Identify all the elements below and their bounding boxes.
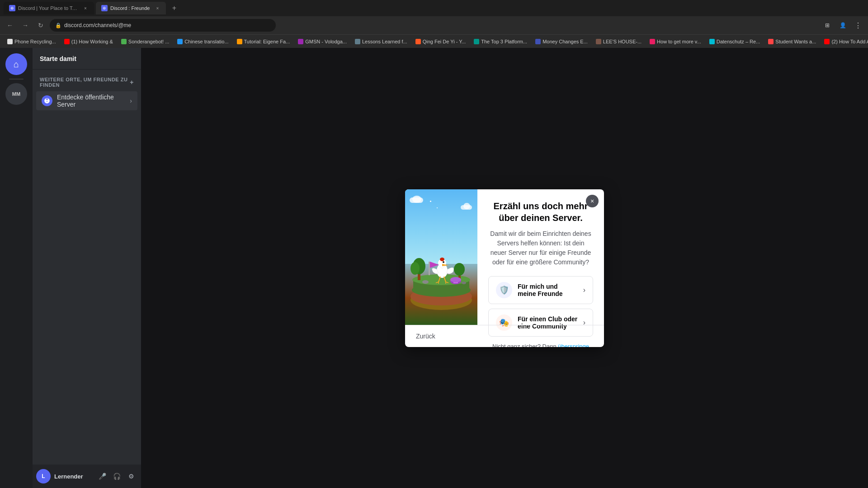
bookmark-10-favicon [535, 39, 541, 44]
bookmark-6-label: GMSN - Volodga... [305, 39, 347, 44]
bookmark-14[interactable]: Student Wants a... [764, 37, 820, 47]
tab-2-favicon: ⊕ [101, 5, 108, 11]
tab-bar: ⊕ Discord | Your Place to Talk a... × ⊕ … [0, 0, 868, 16]
tab-2-close[interactable]: × [154, 5, 160, 11]
address-bar-row: ← → ↻ 🔒 discord.com/channels/@me ⊞ 👤 ⋮ [0, 16, 868, 34]
microphone-button[interactable]: 🎤 [96, 470, 108, 483]
modal-footer: Zurück [405, 325, 604, 347]
bookmark-7-favicon [355, 39, 360, 44]
headphones-button[interactable]: 🎧 [110, 470, 123, 483]
bookmark-5-label: Tutorial: Eigene Fa... [244, 39, 290, 44]
modal-description: Damit wir dir beim Einrichten deines Ser… [488, 229, 593, 267]
section-add-icon[interactable]: + [130, 79, 134, 86]
sidebar-header-text: Starte damit [40, 55, 76, 62]
bookmark-7[interactable]: Lessons Learned f... [351, 37, 411, 47]
svg-point-17 [440, 258, 444, 261]
sidebar-header: Starte damit [33, 48, 141, 70]
bookmark-12[interactable]: How to get more v... [646, 37, 705, 47]
tab-2[interactable]: ⊕ Discord : Freunde × [96, 2, 166, 14]
bookmark-2-favicon [64, 39, 70, 44]
tab-1-close[interactable]: × [82, 5, 89, 11]
bookmark-9[interactable]: The Top 3 Platform... [470, 37, 531, 47]
modal-layout: Erzähl uns doch mehr über deinen Server.… [405, 189, 604, 325]
bookmark-9-favicon [474, 39, 479, 44]
bookmark-14-label: Student Wants a... [775, 39, 816, 44]
bookmark-6-favicon [298, 39, 303, 44]
bookmark-9-label: The Top 3 Platform... [481, 39, 527, 44]
bookmark-15[interactable]: (2) How To Add A... [821, 37, 868, 47]
user-bar: L Lernender 🎤 🎧 ⚙ [33, 465, 141, 488]
bookmark-6[interactable]: GMSN - Volodga... [294, 37, 350, 47]
back-button[interactable]: ← [4, 19, 16, 32]
bookmark-12-label: How to get more v... [657, 39, 701, 44]
svg-point-26 [422, 280, 429, 284]
profile-button[interactable]: 👤 [836, 19, 849, 32]
modal-content-area: Erzähl uns doch mehr über deinen Server.… [477, 189, 604, 325]
friends-arrow-icon: › [583, 286, 585, 294]
bookmark-1-favicon [7, 39, 13, 44]
bookmark-8-label: Qing Fei De Yi - Y... [423, 39, 466, 44]
bookmark-11-favicon [596, 39, 601, 44]
discord-app: ⌂ MM Starte damit WEITERE ORTE, UM FREUN… [0, 48, 868, 488]
bookmark-4-favicon [177, 39, 183, 44]
bookmark-11[interactable]: LEE'S HOUSE-... [592, 37, 645, 47]
friends-option[interactable]: 🛡️ Für mich und meine Freunde › [488, 276, 593, 304]
bookmark-8-favicon [415, 39, 421, 44]
address-bar[interactable]: 🔒 discord.com/channels/@me [50, 19, 276, 32]
tab-1-title: Discord | Your Place to Talk a... [18, 5, 78, 11]
bookmark-13[interactable]: Datenschutz – Re... [706, 37, 764, 47]
tab-1-favicon: ⊕ [9, 5, 15, 11]
svg-point-9 [454, 263, 465, 276]
bookmark-14-favicon [768, 39, 774, 44]
back-button[interactable]: Zurück [416, 333, 435, 340]
section-title-text: WEITERE ORTE, UM FREUNDE ZU FINDEN [40, 77, 130, 88]
bookmark-3-label: Sonderangebot! ... [128, 39, 170, 44]
bookmark-15-label: (2) How To Add A... [831, 39, 868, 44]
bookmark-10[interactable]: Money Changes E... [532, 37, 591, 47]
bookmark-4[interactable]: Chinese translatio... [174, 37, 232, 47]
bookmark-5[interactable]: Tutorial: Eigene Fa... [233, 37, 294, 47]
user-avatar: L [36, 469, 51, 483]
discover-servers-label: Entdecke öffentliche Server [57, 94, 125, 108]
settings-button[interactable]: ⚙ [125, 470, 137, 483]
user-controls: 🎤 🎧 ⚙ [96, 470, 137, 483]
bookmark-13-label: Datenschutz – Re... [717, 39, 760, 44]
bookmark-12-favicon [650, 39, 655, 44]
friends-icon: 🛡️ [496, 282, 512, 298]
menu-button[interactable]: ⋮ [852, 19, 864, 32]
tab-2-title: Discord : Freunde [110, 5, 150, 11]
svg-rect-10 [429, 262, 430, 275]
home-server-icon[interactable]: ⌂ [5, 53, 27, 75]
svg-point-19 [443, 261, 444, 263]
compass-icon [42, 95, 52, 106]
svg-point-7 [410, 262, 420, 275]
server-sidebar: ⌂ MM [0, 48, 33, 488]
bookmark-3[interactable]: Sonderangebot! ... [118, 37, 173, 47]
modal-close-button[interactable]: × [586, 195, 599, 207]
username-text: Lernender [54, 473, 92, 480]
forward-button[interactable]: → [19, 19, 32, 32]
guild-server-icon-1[interactable]: MM [5, 83, 27, 105]
bookmark-8[interactable]: Qing Fei De Yi - Y... [412, 37, 470, 47]
bookmark-11-label: LEE'S HOUSE-... [603, 39, 642, 44]
bookmark-15-favicon [824, 39, 830, 44]
bookmark-1[interactable]: Phone Recycling... [4, 37, 60, 47]
modal-overlay: × [141, 48, 868, 488]
discover-servers-item[interactable]: Entdecke öffentliche Server › [36, 91, 137, 110]
bookmark-5-favicon [237, 39, 242, 44]
channel-sidebar: Starte damit WEITERE ORTE, UM FREUNDE ZU… [33, 48, 141, 488]
new-tab-button[interactable]: + [168, 2, 180, 14]
extensions-button[interactable]: ⊞ [821, 19, 834, 32]
bookmark-3-favicon [121, 39, 127, 44]
bookmark-10-label: Money Changes E... [542, 39, 588, 44]
bookmark-2-label: (1) How Working & [71, 39, 113, 44]
sidebar-section: WEITERE ORTE, UM FREUNDE ZU FINDEN + [33, 70, 141, 89]
bookmarks-bar: Phone Recycling... (1) How Working & Son… [0, 34, 868, 48]
bookmark-2[interactable]: (1) How Working & [61, 37, 117, 47]
bookmark-13-favicon [709, 39, 715, 44]
tab-1[interactable]: ⊕ Discord | Your Place to Talk a... × [4, 2, 94, 14]
main-content: × [141, 48, 868, 488]
address-text: discord.com/channels/@me [64, 22, 131, 28]
server-divider [9, 79, 24, 80]
reload-button[interactable]: ↻ [34, 19, 47, 32]
